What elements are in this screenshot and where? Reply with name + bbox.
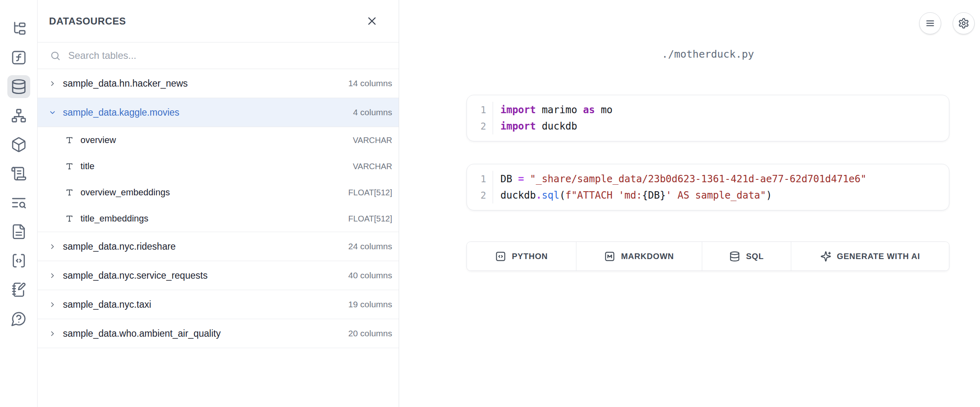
add-python-label: PYTHON: [512, 252, 548, 261]
text-type-icon: [65, 161, 74, 171]
database-icon: [729, 251, 740, 262]
table-row[interactable]: sample_data.hn.hacker_news14 columns: [38, 69, 399, 98]
notebook-topbar: [919, 12, 975, 34]
table-row[interactable]: sample_data.nyc.service_requests40 colum…: [38, 261, 399, 290]
column-group: overviewVARCHARtitleVARCHARoverview_embe…: [38, 127, 399, 232]
column-type: FLOAT[512]: [348, 188, 392, 197]
notebook-main: ./motherduck.py 12import marimo as moimp…: [399, 0, 980, 407]
search-icon: [50, 50, 61, 61]
column-type: FLOAT[512]: [348, 214, 392, 224]
add-markdown-cell-button[interactable]: MARKDOWN: [576, 242, 702, 271]
chevron-right-icon: [48, 79, 56, 87]
help-chat-icon[interactable]: [7, 307, 30, 330]
datasources-database-icon[interactable]: [7, 75, 30, 98]
settings-button[interactable]: [953, 12, 975, 34]
code-editor[interactable]: import marimo as moimport duckdb: [493, 102, 949, 134]
table-column-count: 40 columns: [348, 271, 392, 280]
tool-rail: [0, 0, 38, 407]
close-panel-button[interactable]: [364, 13, 380, 29]
add-cell-bar: PYTHON MARKDOWN SQL GENERATE WITH AI: [467, 242, 949, 271]
add-sql-cell-button[interactable]: SQL: [702, 242, 791, 271]
table-row[interactable]: sample_data.nyc.taxi19 columns: [38, 290, 399, 319]
code-line: DB = "_share/sample_data/23b0d623-1361-4…: [500, 171, 949, 187]
close-icon: [366, 16, 377, 27]
code-line: import marimo as mo: [500, 102, 949, 118]
table-name: sample_data.who.ambient_air_quality: [63, 328, 221, 339]
add-python-cell-button[interactable]: PYTHON: [467, 242, 576, 271]
menu-button[interactable]: [919, 12, 941, 34]
hamburger-menu-icon: [924, 18, 936, 29]
column-row[interactable]: titleVARCHAR: [38, 153, 399, 179]
dependency-graph-icon[interactable]: [7, 104, 30, 127]
scroll-script-icon[interactable]: [7, 162, 30, 185]
code-editor[interactable]: DB = "_share/sample_data/23b0d623-1361-4…: [493, 171, 949, 204]
notebook-column: ./motherduck.py 12import marimo as moimp…: [467, 0, 949, 271]
chevron-right-icon: [48, 271, 56, 280]
text-type-icon: [65, 135, 74, 145]
column-name: title_embeddings: [80, 213, 148, 224]
column-name: overview: [80, 135, 116, 145]
text-type-icon: [65, 188, 74, 197]
table-name: sample_data.nyc.taxi: [63, 299, 151, 310]
markdown-square-icon: [604, 251, 615, 262]
logs-search-icon[interactable]: [7, 191, 30, 214]
column-name: title: [80, 161, 94, 172]
table-column-count: 19 columns: [348, 300, 392, 309]
cells-container: 12import marimo as moimport duckdb12DB =…: [467, 95, 949, 210]
column-row[interactable]: overviewVARCHAR: [38, 127, 399, 153]
table-column-count: 4 columns: [353, 107, 392, 117]
gear-icon: [958, 18, 969, 29]
table-row[interactable]: sample_data.who.ambient_air_quality20 co…: [38, 319, 399, 348]
datasources-panel: DATASOURCES sample_data.hn.hacker_news14…: [38, 0, 399, 407]
app-window: DATASOURCES sample_data.hn.hacker_news14…: [0, 0, 980, 407]
line-number-gutter: 12: [467, 102, 493, 134]
notebook-filename: ./motherduck.py: [467, 48, 949, 60]
file-tree-icon[interactable]: [7, 17, 30, 40]
function-square-icon[interactable]: [7, 46, 30, 69]
chevron-right-icon: [48, 300, 56, 309]
chevron-down-icon: [48, 108, 56, 116]
table-column-count: 20 columns: [348, 329, 392, 338]
table-name: sample_data.nyc.rideshare: [63, 241, 176, 252]
code-square-icon: [495, 251, 506, 262]
table-column-count: 14 columns: [348, 78, 392, 88]
table-name: sample_data.nyc.service_requests: [63, 270, 208, 281]
panel-title: DATASOURCES: [49, 16, 126, 27]
code-cell[interactable]: 12DB = "_share/sample_data/23b0d623-1361…: [467, 164, 949, 210]
snippets-code-icon[interactable]: [7, 249, 30, 272]
table-row[interactable]: sample_data.nyc.rideshare24 columns: [38, 232, 399, 261]
column-row[interactable]: title_embeddingsFLOAT[512]: [38, 206, 399, 232]
sparkles-icon: [820, 251, 831, 262]
code-cell[interactable]: 12import marimo as moimport duckdb: [467, 95, 949, 141]
generate-with-ai-button[interactable]: GENERATE WITH AI: [791, 242, 949, 271]
add-markdown-label: MARKDOWN: [621, 252, 674, 261]
packages-box-icon[interactable]: [7, 133, 30, 156]
table-name: sample_data.hn.hacker_news: [63, 78, 188, 89]
add-sql-label: SQL: [746, 252, 764, 261]
table-row[interactable]: sample_data.kaggle.movies4 columns: [38, 98, 399, 127]
chevron-right-icon: [48, 242, 56, 250]
table-search: [38, 42, 399, 69]
column-type: VARCHAR: [353, 162, 392, 171]
code-line: import duckdb: [500, 118, 949, 134]
table-list: sample_data.hn.hacker_news14 columnssamp…: [38, 69, 399, 407]
table-column-count: 24 columns: [348, 242, 392, 251]
search-input[interactable]: [68, 50, 391, 61]
column-name: overview_embeddings: [80, 187, 170, 198]
generate-with-ai-label: GENERATE WITH AI: [837, 252, 920, 261]
text-type-icon: [65, 214, 74, 224]
code-line: duckdb.sql(f"ATTACH 'md:{DB}' AS sample_…: [500, 187, 949, 204]
table-name: sample_data.kaggle.movies: [63, 107, 179, 118]
line-number-gutter: 12: [467, 171, 493, 204]
chevron-right-icon: [48, 329, 56, 338]
documentation-file-icon[interactable]: [7, 220, 30, 243]
column-row[interactable]: overview_embeddingsFLOAT[512]: [38, 179, 399, 206]
scratchpad-notebook-icon[interactable]: [7, 278, 30, 301]
panel-header: DATASOURCES: [38, 0, 399, 42]
column-type: VARCHAR: [353, 136, 392, 145]
